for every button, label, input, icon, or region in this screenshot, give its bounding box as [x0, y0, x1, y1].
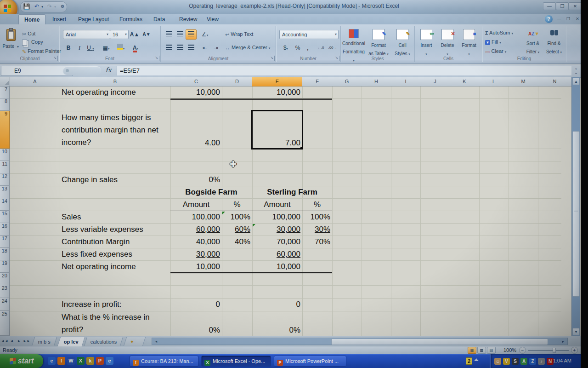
- row-header-17[interactable]: 17: [0, 236, 10, 248]
- cell-E14[interactable]: Amount: [252, 198, 302, 211]
- bold-button[interactable]: B: [63, 43, 74, 53]
- spreadsheet-grid[interactable]: ✚ ABCDEFGHIJKLMN789101112131415161718192…: [0, 77, 571, 336]
- alignment-dialog-launcher-icon[interactable]: ↘: [269, 56, 275, 61]
- row-header-25[interactable]: 25: [0, 311, 10, 336]
- column-header-F[interactable]: F: [302, 77, 333, 86]
- vertical-scrollbar[interactable]: ▲ ▼: [571, 77, 580, 336]
- fill-button[interactable]: ▼ Fill ▾: [485, 38, 501, 46]
- start-button[interactable]: start: [0, 354, 43, 368]
- sheet-tab-op-lev[interactable]: op lev: [57, 337, 85, 346]
- insert-cells-button[interactable]: ⇦ Insert▾: [417, 28, 436, 57]
- clipboard-dialog-launcher-icon[interactable]: ↘: [52, 56, 58, 61]
- cell-E25[interactable]: 0%: [252, 311, 302, 336]
- scroll-down-icon[interactable]: ▼: [572, 328, 580, 335]
- z-app-icon[interactable]: Z: [529, 358, 536, 365]
- sheet-tab-mbs[interactable]: m b s: [32, 337, 57, 346]
- column-header-C[interactable]: C: [170, 77, 222, 86]
- row-header-8[interactable]: 8: [0, 98, 10, 111]
- prev-sheet-icon[interactable]: ◄: [8, 338, 15, 345]
- column-header-J[interactable]: J: [420, 77, 450, 86]
- cell-B7[interactable]: Net operating income: [60, 86, 170, 98]
- cell-D16[interactable]: 60%: [222, 223, 252, 236]
- cell-C18[interactable]: 30,000: [170, 248, 222, 260]
- format-painter-button[interactable]: ✎ Format Painter: [22, 47, 61, 55]
- horizontal-scroll-thumb[interactable]: [331, 339, 548, 345]
- cell-B12[interactable]: Change in sales: [60, 173, 170, 186]
- zoom-slider-thumb[interactable]: [553, 348, 556, 353]
- cell-C15[interactable]: 100,000: [170, 211, 222, 223]
- find-select-button[interactable]: Find &Select ▾: [544, 28, 564, 57]
- cell-C19[interactable]: 10,000: [170, 260, 222, 273]
- cell-D15[interactable]: 100%: [222, 211, 252, 223]
- wrap-text-button[interactable]: ↩ Wrap Text: [225, 30, 253, 38]
- cell-C17[interactable]: 40,000: [170, 236, 222, 248]
- conditional-formatting-button[interactable]: ConditionalFormatting ▾: [342, 28, 366, 57]
- zoom-out-icon[interactable]: −: [519, 347, 526, 354]
- delete-cells-button[interactable]: ✕ Delete▾: [438, 28, 457, 57]
- row-header-16[interactable]: 16: [0, 223, 10, 236]
- internet-explorer-icon[interactable]: e: [48, 357, 56, 365]
- cell-C25[interactable]: 0%: [170, 311, 222, 336]
- powerpoint-icon[interactable]: P: [96, 357, 104, 365]
- number-dialog-launcher-icon[interactable]: ↘: [334, 56, 339, 61]
- excel-icon[interactable]: X: [77, 357, 85, 365]
- cell-E16[interactable]: 30,000: [252, 223, 302, 236]
- column-header-G[interactable]: G: [332, 77, 362, 86]
- cell-F14[interactable]: %: [302, 198, 332, 211]
- orientation-icon[interactable]: ∠▾: [199, 29, 210, 40]
- row-header-13[interactable]: 13: [0, 186, 10, 198]
- zoom-slider-track[interactable]: [528, 350, 569, 351]
- column-header-D[interactable]: D: [222, 77, 253, 86]
- tab-review[interactable]: Review: [174, 14, 203, 24]
- column-header-K[interactable]: K: [450, 77, 480, 86]
- cell-F15[interactable]: 100%: [302, 211, 332, 223]
- cell-E13[interactable]: Sterling Farm: [252, 186, 332, 198]
- column-header-H[interactable]: H: [362, 77, 391, 86]
- cell-E7[interactable]: 10,000: [252, 86, 302, 98]
- column-header-E[interactable]: E: [252, 77, 303, 86]
- key-icon[interactable]: k: [86, 357, 94, 365]
- explorer-icon[interactable]: e: [106, 357, 113, 365]
- bottom-align-icon[interactable]: [186, 29, 197, 40]
- cell-B18[interactable]: Less fixed expenses: [60, 248, 170, 260]
- format-cells-button[interactable]: ■ Format▾: [459, 28, 479, 57]
- cell-E15[interactable]: 100,000: [252, 211, 302, 223]
- font-dialog-launcher-icon[interactable]: ↘: [154, 56, 159, 61]
- horizontal-scrollbar[interactable]: ◄ ►: [152, 338, 568, 345]
- font-family-select[interactable]: Arial▾: [63, 30, 110, 39]
- paste-button[interactable]: Paste ▼: [2, 28, 20, 57]
- minimize-button[interactable]: —: [543, 2, 556, 10]
- column-header-L[interactable]: L: [479, 77, 509, 86]
- cell-C16[interactable]: 60,000: [170, 223, 222, 236]
- sort-filter-button[interactable]: AZ▼ Sort &Filter ▾: [523, 28, 543, 57]
- first-sheet-icon[interactable]: ◄◄: [1, 338, 8, 345]
- hide-tray-icons-icon[interactable]: [474, 358, 479, 361]
- cell-E17[interactable]: 70,000: [252, 236, 302, 248]
- cell-styles-button[interactable]: ✎ CellStyles ▾: [390, 28, 414, 57]
- shrink-font-icon[interactable]: A▼: [141, 29, 152, 40]
- row-header-15[interactable]: 15: [0, 211, 10, 223]
- page-layout-view-icon[interactable]: ▩: [477, 347, 486, 354]
- last-sheet-icon[interactable]: ►►: [23, 338, 30, 345]
- restore-button[interactable]: ❐: [556, 2, 569, 10]
- cell-B15[interactable]: Sales: [60, 211, 170, 223]
- top-align-icon[interactable]: [164, 29, 175, 40]
- tab-formulas[interactable]: Formulas: [114, 14, 148, 24]
- cell-C24[interactable]: 0: [170, 298, 222, 311]
- close-button[interactable]: ✕: [569, 2, 582, 10]
- column-header-M[interactable]: M: [509, 77, 538, 86]
- task-button-1[interactable]: XMicrosoft Excel - Ope...: [201, 356, 271, 367]
- underline-button[interactable]: U ▾: [85, 43, 96, 53]
- cell-B16[interactable]: Less variable expenses: [60, 223, 170, 236]
- middle-align-icon[interactable]: [175, 29, 186, 40]
- normal-view-icon[interactable]: ▦: [468, 347, 476, 354]
- cell-C9[interactable]: 4.00: [170, 111, 222, 149]
- cell-F16[interactable]: 30%: [302, 223, 332, 236]
- tab-view[interactable]: View: [201, 14, 224, 24]
- scroll-up-icon[interactable]: ▲: [572, 78, 580, 85]
- row-header-24[interactable]: 24: [0, 298, 10, 311]
- column-header-B[interactable]: B: [60, 77, 171, 86]
- tab-page-layout[interactable]: Page Layout: [73, 14, 114, 24]
- insert-function-icon[interactable]: fx: [103, 66, 114, 75]
- decrease-indent-icon[interactable]: ⇤: [199, 43, 210, 53]
